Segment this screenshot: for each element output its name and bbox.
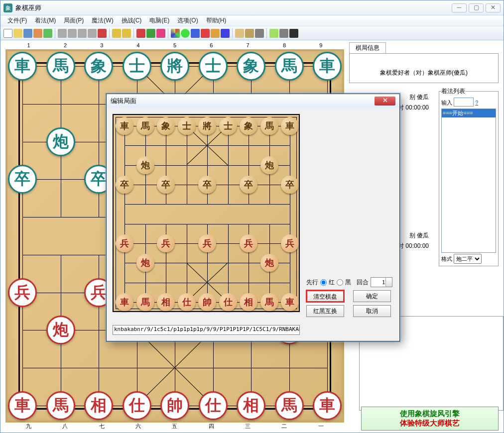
cloud-icon[interactable] <box>221 29 230 38</box>
fen-display[interactable]: knbakabnr/9/1c5c1/p1p1p1p1p/9/9/P1P1P1P1… <box>113 325 300 335</box>
menu-challenge[interactable]: 挑战(C) <box>118 16 146 25</box>
mini-piece[interactable]: 卒 <box>157 176 175 194</box>
laptop-icon[interactable] <box>255 29 264 38</box>
play-icon[interactable] <box>146 29 155 38</box>
mini-piece[interactable]: 兵 <box>198 234 216 252</box>
mini-piece[interactable]: 象 <box>240 117 257 135</box>
maximize-button[interactable]: ▢ <box>469 3 484 12</box>
mini-piece[interactable]: 仕 <box>178 293 196 311</box>
mini-piece[interactable]: 炮 <box>136 156 154 174</box>
mini-piece[interactable]: 馬 <box>136 117 154 135</box>
mini-piece[interactable]: 仕 <box>219 293 237 311</box>
prev-icon[interactable] <box>68 29 77 38</box>
menu-file[interactable]: 文件(F) <box>3 16 31 25</box>
piece[interactable]: 馬 <box>46 391 75 420</box>
mini-piece[interactable]: 車 <box>116 117 133 135</box>
piece[interactable]: 將 <box>160 52 189 81</box>
rec-icon[interactable] <box>136 29 145 38</box>
piece[interactable]: 車 <box>8 391 37 420</box>
computer-icon[interactable] <box>279 29 288 38</box>
mini-piece[interactable]: 士 <box>178 117 196 135</box>
open-icon[interactable] <box>13 29 22 38</box>
mini-piece[interactable]: 炮 <box>260 254 278 272</box>
mini-piece[interactable]: 炮 <box>260 156 278 174</box>
piece[interactable]: 馬 <box>46 52 75 81</box>
side-black-radio[interactable] <box>337 279 343 286</box>
last-icon[interactable] <box>88 29 97 38</box>
mini-piece[interactable]: 馬 <box>260 117 278 135</box>
piece[interactable]: 士 <box>123 52 151 81</box>
weibo-icon[interactable] <box>201 29 210 38</box>
clear-board-button[interactable]: 清空棋盘 <box>306 290 344 302</box>
mini-piece[interactable]: 馬 <box>260 293 278 311</box>
piece[interactable]: 炮 <box>46 316 75 344</box>
menu-computer[interactable]: 电脑(E) <box>145 16 173 25</box>
format-select[interactable]: 炮二平五 <box>454 254 482 264</box>
swap-colors-button[interactable]: 红黑互换 <box>306 305 344 317</box>
mini-piece[interactable]: 兵 <box>157 234 175 252</box>
mini-piece[interactable]: 車 <box>281 117 299 135</box>
cancel-button[interactable]: 取消 <box>353 305 391 317</box>
piece[interactable]: 兵 <box>8 278 37 307</box>
mini-piece[interactable]: 象 <box>157 117 175 135</box>
move-input[interactable] <box>454 98 474 107</box>
menu-position[interactable]: 局面(P) <box>60 16 88 25</box>
mini-piece[interactable]: 士 <box>219 117 237 135</box>
mini-piece[interactable]: 帥 <box>198 293 216 311</box>
mini-piece[interactable]: 馬 <box>136 293 154 311</box>
help-link[interactable]: ? <box>475 100 478 106</box>
piece[interactable]: 帥 <box>160 391 189 420</box>
close-button[interactable]: ✕ <box>486 3 501 12</box>
mini-board[interactable]: 車馬象士將士象馬車炮炮卒卒卒卒卒兵兵兵兵兵炮炮車馬相仕帥仕相馬車 <box>113 114 300 312</box>
mini-piece[interactable]: 兵 <box>116 234 133 252</box>
banner[interactable]: 使用象棋旋风引擎 体验特级大师棋艺 <box>361 407 499 431</box>
menu-options[interactable]: 选项(O) <box>173 16 202 25</box>
piece[interactable]: 車 <box>8 52 37 81</box>
piece[interactable]: 車 <box>313 391 342 420</box>
mini-piece[interactable]: 兵 <box>281 234 299 252</box>
copy-icon[interactable] <box>112 29 121 38</box>
mini-piece[interactable]: 卒 <box>198 176 216 194</box>
screen-icon[interactable] <box>191 29 200 38</box>
piece[interactable]: 炮 <box>46 127 75 156</box>
stop-icon[interactable] <box>289 29 298 38</box>
side-red-radio[interactable] <box>320 279 327 286</box>
mini-piece[interactable]: 炮 <box>136 254 154 272</box>
mini-piece[interactable]: 兵 <box>240 234 257 252</box>
mini-piece[interactable]: 將 <box>198 117 216 135</box>
export-icon[interactable] <box>43 29 52 38</box>
green-ball-icon[interactable] <box>181 29 190 38</box>
mini-piece[interactable]: 車 <box>281 293 299 311</box>
mini-piece[interactable]: 卒 <box>281 176 299 194</box>
first-icon[interactable] <box>58 29 67 38</box>
clock-icon[interactable] <box>245 29 254 38</box>
mini-piece[interactable]: 車 <box>116 293 133 311</box>
mini-piece[interactable]: 卒 <box>240 176 257 194</box>
piece[interactable]: 象 <box>84 52 113 81</box>
piece[interactable]: 馬 <box>275 391 304 420</box>
piece[interactable]: 仕 <box>199 391 228 420</box>
minimize-button[interactable]: ─ <box>452 3 467 12</box>
piece[interactable]: 馬 <box>275 52 304 81</box>
menu-help[interactable]: 帮助(H) <box>202 16 231 25</box>
sound-icon[interactable] <box>269 29 278 38</box>
new-icon[interactable] <box>3 29 12 38</box>
undo-icon[interactable] <box>98 29 107 38</box>
piece[interactable]: 車 <box>313 52 342 81</box>
save-icon[interactable] <box>23 29 32 38</box>
piece[interactable]: 仕 <box>123 391 151 420</box>
menu-moves[interactable]: 着法(M) <box>31 16 60 25</box>
piece[interactable]: 士 <box>199 52 228 81</box>
colorwheel-icon[interactable] <box>171 29 180 38</box>
tab-game-info[interactable]: 棋局信息 <box>349 42 386 53</box>
move-start[interactable]: ===开始=== <box>442 109 496 117</box>
moves-list[interactable]: ===开始=== <box>441 108 496 253</box>
mini-piece[interactable]: 相 <box>240 293 257 311</box>
menu-magic[interactable]: 魔法(W) <box>88 16 117 25</box>
piece[interactable]: 象 <box>237 52 265 81</box>
piece[interactable]: 相 <box>237 391 265 420</box>
book-icon[interactable] <box>33 29 42 38</box>
mini-piece[interactable]: 相 <box>157 293 175 311</box>
piece[interactable]: 相 <box>84 391 113 420</box>
next-icon[interactable] <box>78 29 87 38</box>
